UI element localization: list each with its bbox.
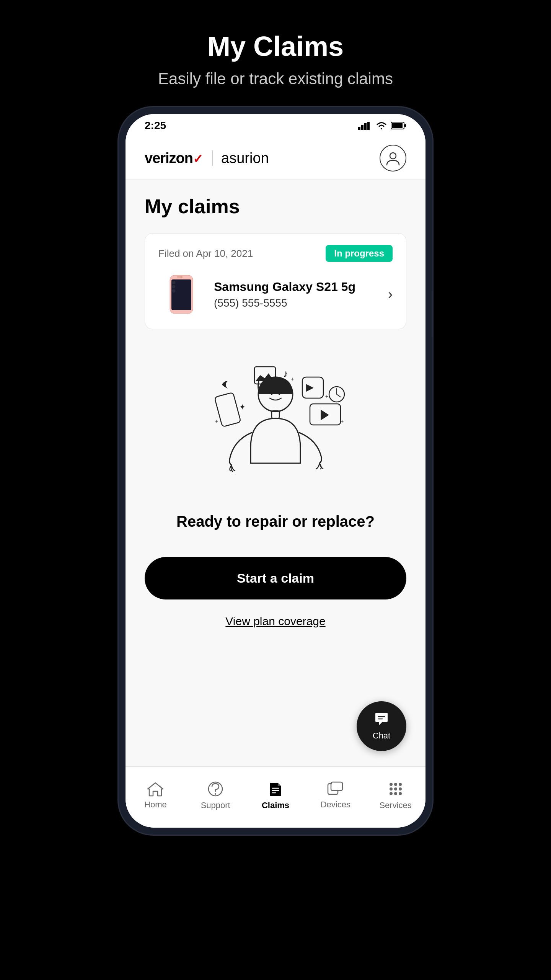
svg-text:♪: ♪ bbox=[283, 368, 288, 379]
page-header: My Claims Easily file or track existing … bbox=[158, 0, 393, 107]
status-bar: 2:25 bbox=[126, 114, 425, 137]
svg-point-14 bbox=[172, 289, 175, 292]
svg-rect-0 bbox=[358, 127, 360, 130]
ready-text: Ready to repair or replace? bbox=[176, 513, 375, 530]
chat-fab-icon bbox=[374, 712, 389, 729]
svg-point-44 bbox=[394, 792, 397, 795]
svg-text:▶: ▶ bbox=[306, 381, 314, 393]
svg-rect-1 bbox=[361, 125, 364, 130]
logo-container: verizon✓ asurion bbox=[145, 150, 269, 167]
side-button-right bbox=[432, 291, 432, 337]
illustration-section: ✦ + ♪ + ▶ + bbox=[145, 348, 406, 557]
samsung-phone-image bbox=[162, 273, 201, 315]
device-image bbox=[158, 271, 204, 317]
svg-marker-29 bbox=[321, 410, 329, 420]
svg-point-45 bbox=[399, 792, 402, 795]
verizon-check: ✓ bbox=[193, 152, 203, 166]
claim-header: Filed on Apr 10, 2021 In progress bbox=[158, 245, 393, 262]
view-coverage-link[interactable]: View plan coverage bbox=[145, 611, 406, 632]
claims-icon bbox=[267, 781, 284, 797]
svg-rect-2 bbox=[364, 123, 367, 130]
nav-item-services[interactable]: Services bbox=[375, 781, 417, 810]
nav-label-claims: Claims bbox=[262, 800, 289, 810]
svg-point-43 bbox=[390, 792, 393, 795]
nav-label-support: Support bbox=[201, 800, 230, 810]
person-icon bbox=[385, 150, 401, 166]
status-time: 2:25 bbox=[145, 119, 166, 132]
chevron-right-icon: › bbox=[388, 286, 393, 302]
phone-screen: 2:25 bbox=[126, 114, 425, 828]
svg-rect-5 bbox=[392, 123, 403, 128]
claim-card[interactable]: Filed on Apr 10, 2021 In progress bbox=[145, 233, 406, 329]
verizon-logo: verizon✓ bbox=[145, 150, 204, 167]
asurion-logo: asurion bbox=[221, 150, 269, 167]
page-title: My Claims bbox=[158, 31, 393, 62]
svg-text:+: + bbox=[215, 418, 218, 424]
svg-point-38 bbox=[394, 783, 397, 786]
svg-rect-6 bbox=[404, 124, 406, 127]
device-info: Samsung Galaxy S21 5g (555) 555-5555 bbox=[214, 280, 378, 309]
nav-label-home: Home bbox=[144, 800, 167, 810]
app-header: verizon✓ asurion bbox=[126, 137, 425, 180]
home-icon bbox=[147, 781, 164, 797]
svg-text:+: + bbox=[291, 376, 294, 382]
page-subtitle: Easily file or track existing claims bbox=[158, 70, 393, 88]
services-icon bbox=[387, 781, 404, 797]
svg-point-13 bbox=[172, 285, 175, 288]
svg-text:✦: ✦ bbox=[239, 403, 246, 411]
svg-point-7 bbox=[390, 153, 396, 159]
devices-icon bbox=[327, 781, 344, 797]
phone-wrapper: 2:25 bbox=[119, 107, 432, 835]
svg-rect-19 bbox=[214, 392, 241, 427]
support-icon bbox=[207, 781, 224, 797]
phone-frame: 2:25 bbox=[119, 107, 432, 835]
nav-label-services: Services bbox=[379, 800, 411, 810]
nav-label-devices: Devices bbox=[321, 800, 350, 810]
signal-icon bbox=[358, 121, 372, 130]
svg-rect-11 bbox=[177, 276, 182, 278]
chat-fab-label: Chat bbox=[373, 731, 390, 741]
nav-item-home[interactable]: Home bbox=[134, 781, 176, 810]
bottom-nav: Home Support bbox=[126, 766, 425, 828]
nav-item-support[interactable]: Support bbox=[194, 781, 236, 810]
svg-point-41 bbox=[394, 787, 397, 791]
svg-text:+: + bbox=[341, 418, 344, 424]
profile-button[interactable] bbox=[380, 145, 406, 172]
svg-point-42 bbox=[399, 787, 402, 791]
svg-point-17 bbox=[279, 394, 280, 395]
claim-device-row: Samsung Galaxy S21 5g (555) 555-5555 › bbox=[158, 271, 393, 317]
repair-illustration: ✦ + ♪ + ▶ + bbox=[195, 356, 356, 501]
nav-item-claims[interactable]: Claims bbox=[254, 781, 297, 810]
status-badge: In progress bbox=[326, 245, 393, 262]
svg-point-37 bbox=[390, 783, 393, 786]
battery-icon bbox=[391, 121, 406, 130]
logo-divider bbox=[212, 150, 213, 166]
start-claim-button[interactable]: Start a claim bbox=[145, 557, 406, 599]
svg-rect-36 bbox=[332, 783, 342, 790]
svg-point-33 bbox=[215, 793, 216, 795]
nav-item-devices[interactable]: Devices bbox=[315, 781, 357, 810]
app-content: My claims Filed on Apr 10, 2021 In progr… bbox=[126, 180, 425, 766]
device-number: (555) 555-5555 bbox=[214, 297, 378, 309]
filed-date: Filed on Apr 10, 2021 bbox=[158, 248, 253, 260]
wifi-icon bbox=[376, 121, 387, 130]
chat-fab[interactable]: Chat bbox=[357, 701, 406, 751]
svg-point-16 bbox=[271, 394, 272, 395]
status-icons bbox=[358, 121, 406, 130]
svg-rect-9 bbox=[171, 279, 191, 310]
svg-rect-3 bbox=[367, 122, 370, 130]
svg-point-39 bbox=[399, 783, 402, 786]
svg-point-12 bbox=[172, 281, 175, 284]
claims-title: My claims bbox=[145, 195, 406, 218]
device-name: Samsung Galaxy S21 5g bbox=[214, 280, 378, 294]
svg-point-40 bbox=[390, 787, 393, 791]
svg-text:+: + bbox=[325, 393, 328, 399]
